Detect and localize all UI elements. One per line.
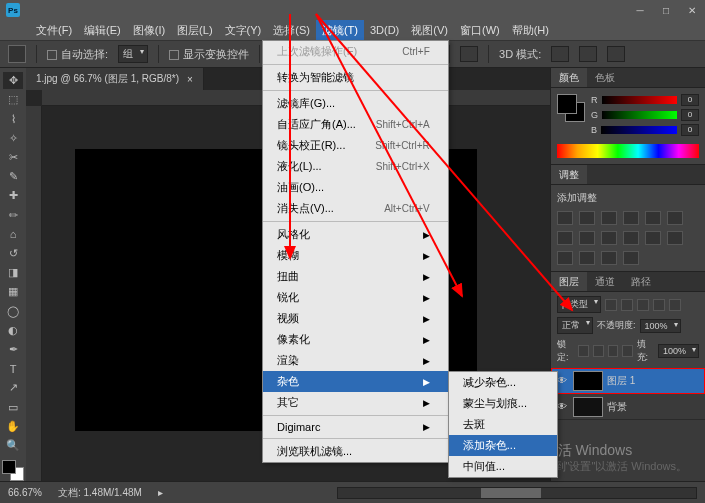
eyedropper-tool[interactable]: ✎ xyxy=(3,168,23,185)
fg-bg-colors[interactable] xyxy=(2,460,24,481)
color-swatch-pair[interactable] xyxy=(557,94,585,122)
tab-channels[interactable]: 通道 xyxy=(587,272,623,291)
adjust-icon[interactable] xyxy=(667,231,683,245)
menu-3d[interactable]: 3D(D) xyxy=(364,21,405,39)
mi-pixelate[interactable]: 像素化▶ xyxy=(263,329,448,350)
lock-all-icon[interactable] xyxy=(622,345,633,357)
mi-adaptive-wide[interactable]: 自适应广角(A)...Shift+Ctrl+A xyxy=(263,114,448,135)
adjust-icon[interactable] xyxy=(645,231,661,245)
menu-window[interactable]: 窗口(W) xyxy=(454,20,506,41)
scrollbar-thumb[interactable] xyxy=(481,488,541,498)
3d-mode-btn[interactable] xyxy=(607,46,625,62)
adjust-icon[interactable] xyxy=(645,211,661,225)
document-info[interactable]: 文档: 1.48M/1.48M xyxy=(58,486,142,500)
lock-transparent-icon[interactable] xyxy=(578,345,589,357)
dodge-tool[interactable]: ◐ xyxy=(3,322,23,339)
mi-despeckle[interactable]: 去斑 xyxy=(449,414,557,435)
document-tab[interactable]: 1.jpg @ 66.7% (图层 1, RGB/8*) × xyxy=(26,68,204,90)
b-slider[interactable] xyxy=(601,126,677,134)
adjust-icon[interactable] xyxy=(623,251,639,265)
adjust-icon[interactable] xyxy=(601,231,617,245)
g-slider[interactable] xyxy=(602,111,677,119)
crop-tool[interactable]: ✂ xyxy=(3,149,23,166)
layer-row-active[interactable]: 👁 图层 1 xyxy=(551,368,705,394)
fill-dropdown[interactable]: 100% xyxy=(658,344,699,358)
document-tab-close[interactable]: × xyxy=(187,74,193,85)
layer-name[interactable]: 背景 xyxy=(607,400,627,414)
mi-sharpen[interactable]: 锐化▶ xyxy=(263,287,448,308)
path-tool[interactable]: ↗ xyxy=(3,379,23,396)
menu-select[interactable]: 选择(S) xyxy=(267,20,316,41)
stamp-tool[interactable]: ⌂ xyxy=(3,226,23,243)
lock-position-icon[interactable] xyxy=(608,345,619,357)
adjust-icon[interactable] xyxy=(601,211,617,225)
3d-mode-btn[interactable] xyxy=(579,46,597,62)
tab-color[interactable]: 颜色 xyxy=(551,68,587,87)
mi-last-filter[interactable]: 上次滤镜操作(F)Ctrl+F xyxy=(263,41,448,62)
r-value[interactable]: 0 xyxy=(681,94,699,106)
lock-pixels-icon[interactable] xyxy=(593,345,604,357)
layer-thumbnail[interactable] xyxy=(573,371,603,391)
adjust-icon[interactable] xyxy=(579,231,595,245)
marquee-tool[interactable]: ⬚ xyxy=(3,91,23,108)
arrange-btn[interactable] xyxy=(460,46,478,62)
adjust-icon[interactable] xyxy=(579,211,595,225)
mi-blur[interactable]: 模糊▶ xyxy=(263,245,448,266)
tab-swatches[interactable]: 色板 xyxy=(587,68,623,87)
b-value[interactable]: 0 xyxy=(681,124,699,136)
brush-tool[interactable]: ✏ xyxy=(3,206,23,223)
mi-median[interactable]: 中间值... xyxy=(449,456,557,477)
layer-kind-dropdown[interactable]: ρ 类型 xyxy=(557,296,601,313)
show-transform-checkbox[interactable] xyxy=(169,50,179,60)
horizontal-scrollbar[interactable] xyxy=(337,487,697,499)
layer-name[interactable]: 图层 1 xyxy=(607,374,635,388)
mi-filter-gallery[interactable]: 滤镜库(G)... xyxy=(263,93,448,114)
adjust-icon[interactable] xyxy=(601,251,617,265)
mi-dust-scratches[interactable]: 蒙尘与划痕... xyxy=(449,393,557,414)
tab-paths[interactable]: 路径 xyxy=(623,272,659,291)
heal-tool[interactable]: ✚ xyxy=(3,187,23,204)
menu-edit[interactable]: 编辑(E) xyxy=(78,20,127,41)
type-tool[interactable]: T xyxy=(3,360,23,377)
menu-view[interactable]: 视图(V) xyxy=(405,20,454,41)
menu-filter[interactable]: 滤镜(T) xyxy=(316,20,364,41)
tab-adjustments[interactable]: 调整 xyxy=(551,165,587,184)
zoom-tool[interactable]: 🔍 xyxy=(3,437,23,454)
menu-file[interactable]: 文件(F) xyxy=(30,20,78,41)
mi-other[interactable]: 其它▶ xyxy=(263,392,448,413)
adjust-icon[interactable] xyxy=(667,211,683,225)
blend-mode-dropdown[interactable]: 正常 xyxy=(557,317,593,334)
eraser-tool[interactable]: ◨ xyxy=(3,264,23,281)
move-tool[interactable]: ✥ xyxy=(3,72,23,89)
mi-reduce-noise[interactable]: 减少杂色... xyxy=(449,372,557,393)
adjust-icon[interactable] xyxy=(579,251,595,265)
filter-adjust-icon[interactable] xyxy=(621,299,633,311)
spectrum-bar[interactable] xyxy=(557,144,699,158)
filter-type-icon[interactable] xyxy=(637,299,649,311)
filter-pixel-icon[interactable] xyxy=(605,299,617,311)
adjust-icon[interactable] xyxy=(557,211,573,225)
gradient-tool[interactable]: ▦ xyxy=(3,283,23,300)
wand-tool[interactable]: ✧ xyxy=(3,130,23,147)
auto-select-checkbox[interactable] xyxy=(47,50,57,60)
mi-render[interactable]: 渲染▶ xyxy=(263,350,448,371)
mi-distort[interactable]: 扭曲▶ xyxy=(263,266,448,287)
maximize-button[interactable]: □ xyxy=(653,0,679,20)
fg-color-swatch[interactable] xyxy=(2,460,16,474)
adjust-icon[interactable] xyxy=(623,211,639,225)
filter-smart-icon[interactable] xyxy=(669,299,681,311)
opacity-dropdown[interactable]: 100% xyxy=(640,319,681,333)
adjust-icon[interactable] xyxy=(557,231,573,245)
current-tool-icon[interactable] xyxy=(8,45,26,63)
adjust-icon[interactable] xyxy=(623,231,639,245)
menu-help[interactable]: 帮助(H) xyxy=(506,20,555,41)
mi-video[interactable]: 视频▶ xyxy=(263,308,448,329)
zoom-level[interactable]: 66.67% xyxy=(8,487,42,498)
mi-digimarc[interactable]: Digimarc▶ xyxy=(263,418,448,436)
menu-layer[interactable]: 图层(L) xyxy=(171,20,218,41)
g-value[interactable]: 0 xyxy=(681,109,699,121)
adjust-icon[interactable] xyxy=(557,251,573,265)
mi-add-noise[interactable]: 添加杂色... xyxy=(449,435,557,456)
filter-shape-icon[interactable] xyxy=(653,299,665,311)
minimize-button[interactable]: ─ xyxy=(627,0,653,20)
